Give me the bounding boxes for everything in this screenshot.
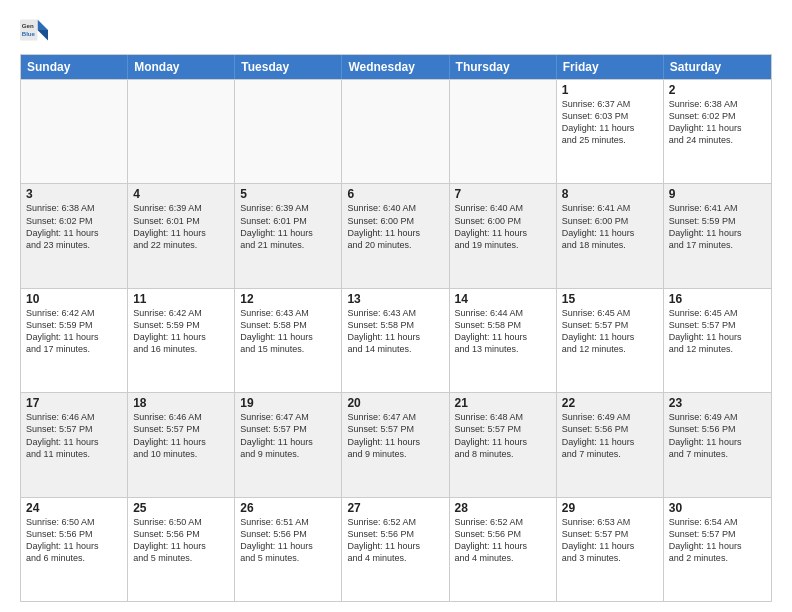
cell-details: Sunrise: 6:42 AM Sunset: 5:59 PM Dayligh… xyxy=(133,307,229,356)
cell-details: Sunrise: 6:43 AM Sunset: 5:58 PM Dayligh… xyxy=(240,307,336,356)
day-number: 26 xyxy=(240,501,336,515)
cell-details: Sunrise: 6:49 AM Sunset: 5:56 PM Dayligh… xyxy=(669,411,766,460)
logo: Gen Blue xyxy=(20,16,52,44)
cal-cell: 27Sunrise: 6:52 AM Sunset: 5:56 PM Dayli… xyxy=(342,498,449,601)
cal-cell: 13Sunrise: 6:43 AM Sunset: 5:58 PM Dayli… xyxy=(342,289,449,392)
cal-cell xyxy=(342,80,449,183)
cal-cell: 8Sunrise: 6:41 AM Sunset: 6:00 PM Daylig… xyxy=(557,184,664,287)
logo-icon: Gen Blue xyxy=(20,16,48,44)
day-number: 24 xyxy=(26,501,122,515)
cal-row-3: 17Sunrise: 6:46 AM Sunset: 5:57 PM Dayli… xyxy=(21,392,771,496)
day-number: 23 xyxy=(669,396,766,410)
header-day-tuesday: Tuesday xyxy=(235,55,342,79)
cell-details: Sunrise: 6:52 AM Sunset: 5:56 PM Dayligh… xyxy=(455,516,551,565)
cal-cell: 5Sunrise: 6:39 AM Sunset: 6:01 PM Daylig… xyxy=(235,184,342,287)
cell-details: Sunrise: 6:46 AM Sunset: 5:57 PM Dayligh… xyxy=(133,411,229,460)
cal-cell: 2Sunrise: 6:38 AM Sunset: 6:02 PM Daylig… xyxy=(664,80,771,183)
header-day-monday: Monday xyxy=(128,55,235,79)
header-day-saturday: Saturday xyxy=(664,55,771,79)
cal-cell: 20Sunrise: 6:47 AM Sunset: 5:57 PM Dayli… xyxy=(342,393,449,496)
cal-cell: 23Sunrise: 6:49 AM Sunset: 5:56 PM Dayli… xyxy=(664,393,771,496)
cell-details: Sunrise: 6:39 AM Sunset: 6:01 PM Dayligh… xyxy=(133,202,229,251)
cell-details: Sunrise: 6:37 AM Sunset: 6:03 PM Dayligh… xyxy=(562,98,658,147)
cal-cell: 14Sunrise: 6:44 AM Sunset: 5:58 PM Dayli… xyxy=(450,289,557,392)
cal-row-2: 10Sunrise: 6:42 AM Sunset: 5:59 PM Dayli… xyxy=(21,288,771,392)
cal-cell: 29Sunrise: 6:53 AM Sunset: 5:57 PM Dayli… xyxy=(557,498,664,601)
cell-details: Sunrise: 6:41 AM Sunset: 6:00 PM Dayligh… xyxy=(562,202,658,251)
header: Gen Blue xyxy=(20,16,772,44)
cal-row-1: 3Sunrise: 6:38 AM Sunset: 6:02 PM Daylig… xyxy=(21,183,771,287)
day-number: 12 xyxy=(240,292,336,306)
cal-cell: 25Sunrise: 6:50 AM Sunset: 5:56 PM Dayli… xyxy=(128,498,235,601)
cal-row-4: 24Sunrise: 6:50 AM Sunset: 5:56 PM Dayli… xyxy=(21,497,771,601)
day-number: 22 xyxy=(562,396,658,410)
day-number: 21 xyxy=(455,396,551,410)
cell-details: Sunrise: 6:49 AM Sunset: 5:56 PM Dayligh… xyxy=(562,411,658,460)
cal-cell: 19Sunrise: 6:47 AM Sunset: 5:57 PM Dayli… xyxy=(235,393,342,496)
cal-cell: 6Sunrise: 6:40 AM Sunset: 6:00 PM Daylig… xyxy=(342,184,449,287)
svg-marker-0 xyxy=(38,20,49,31)
cal-cell: 9Sunrise: 6:41 AM Sunset: 5:59 PM Daylig… xyxy=(664,184,771,287)
cell-details: Sunrise: 6:42 AM Sunset: 5:59 PM Dayligh… xyxy=(26,307,122,356)
cell-details: Sunrise: 6:40 AM Sunset: 6:00 PM Dayligh… xyxy=(347,202,443,251)
cal-cell: 4Sunrise: 6:39 AM Sunset: 6:01 PM Daylig… xyxy=(128,184,235,287)
day-number: 10 xyxy=(26,292,122,306)
calendar-body: 1Sunrise: 6:37 AM Sunset: 6:03 PM Daylig… xyxy=(21,79,771,601)
cell-details: Sunrise: 6:45 AM Sunset: 5:57 PM Dayligh… xyxy=(562,307,658,356)
cell-details: Sunrise: 6:46 AM Sunset: 5:57 PM Dayligh… xyxy=(26,411,122,460)
cal-cell: 30Sunrise: 6:54 AM Sunset: 5:57 PM Dayli… xyxy=(664,498,771,601)
cal-cell: 15Sunrise: 6:45 AM Sunset: 5:57 PM Dayli… xyxy=(557,289,664,392)
cal-cell: 21Sunrise: 6:48 AM Sunset: 5:57 PM Dayli… xyxy=(450,393,557,496)
day-number: 8 xyxy=(562,187,658,201)
day-number: 18 xyxy=(133,396,229,410)
cal-cell: 17Sunrise: 6:46 AM Sunset: 5:57 PM Dayli… xyxy=(21,393,128,496)
cal-cell xyxy=(21,80,128,183)
cell-details: Sunrise: 6:44 AM Sunset: 5:58 PM Dayligh… xyxy=(455,307,551,356)
day-number: 3 xyxy=(26,187,122,201)
day-number: 5 xyxy=(240,187,336,201)
day-number: 20 xyxy=(347,396,443,410)
day-number: 2 xyxy=(669,83,766,97)
cal-cell: 7Sunrise: 6:40 AM Sunset: 6:00 PM Daylig… xyxy=(450,184,557,287)
cal-cell: 26Sunrise: 6:51 AM Sunset: 5:56 PM Dayli… xyxy=(235,498,342,601)
cal-cell: 16Sunrise: 6:45 AM Sunset: 5:57 PM Dayli… xyxy=(664,289,771,392)
cell-details: Sunrise: 6:45 AM Sunset: 5:57 PM Dayligh… xyxy=(669,307,766,356)
day-number: 28 xyxy=(455,501,551,515)
day-number: 14 xyxy=(455,292,551,306)
cell-details: Sunrise: 6:50 AM Sunset: 5:56 PM Dayligh… xyxy=(133,516,229,565)
day-number: 6 xyxy=(347,187,443,201)
day-number: 25 xyxy=(133,501,229,515)
cal-cell xyxy=(450,80,557,183)
cell-details: Sunrise: 6:47 AM Sunset: 5:57 PM Dayligh… xyxy=(347,411,443,460)
cell-details: Sunrise: 6:47 AM Sunset: 5:57 PM Dayligh… xyxy=(240,411,336,460)
cal-cell: 28Sunrise: 6:52 AM Sunset: 5:56 PM Dayli… xyxy=(450,498,557,601)
cal-cell: 11Sunrise: 6:42 AM Sunset: 5:59 PM Dayli… xyxy=(128,289,235,392)
day-number: 9 xyxy=(669,187,766,201)
cal-cell: 22Sunrise: 6:49 AM Sunset: 5:56 PM Dayli… xyxy=(557,393,664,496)
calendar-header: SundayMondayTuesdayWednesdayThursdayFrid… xyxy=(21,55,771,79)
cell-details: Sunrise: 6:51 AM Sunset: 5:56 PM Dayligh… xyxy=(240,516,336,565)
header-day-friday: Friday xyxy=(557,55,664,79)
cell-details: Sunrise: 6:39 AM Sunset: 6:01 PM Dayligh… xyxy=(240,202,336,251)
svg-text:Gen: Gen xyxy=(22,22,34,29)
cell-details: Sunrise: 6:48 AM Sunset: 5:57 PM Dayligh… xyxy=(455,411,551,460)
day-number: 30 xyxy=(669,501,766,515)
cell-details: Sunrise: 6:40 AM Sunset: 6:00 PM Dayligh… xyxy=(455,202,551,251)
day-number: 17 xyxy=(26,396,122,410)
cal-cell: 18Sunrise: 6:46 AM Sunset: 5:57 PM Dayli… xyxy=(128,393,235,496)
day-number: 29 xyxy=(562,501,658,515)
page: Gen Blue SundayMondayTuesdayWednesdayThu… xyxy=(0,0,792,612)
day-number: 7 xyxy=(455,187,551,201)
calendar: SundayMondayTuesdayWednesdayThursdayFrid… xyxy=(20,54,772,602)
day-number: 4 xyxy=(133,187,229,201)
header-day-sunday: Sunday xyxy=(21,55,128,79)
cell-details: Sunrise: 6:53 AM Sunset: 5:57 PM Dayligh… xyxy=(562,516,658,565)
day-number: 13 xyxy=(347,292,443,306)
header-day-wednesday: Wednesday xyxy=(342,55,449,79)
cal-cell xyxy=(235,80,342,183)
cell-details: Sunrise: 6:54 AM Sunset: 5:57 PM Dayligh… xyxy=(669,516,766,565)
cal-cell xyxy=(128,80,235,183)
cell-details: Sunrise: 6:50 AM Sunset: 5:56 PM Dayligh… xyxy=(26,516,122,565)
cell-details: Sunrise: 6:38 AM Sunset: 6:02 PM Dayligh… xyxy=(669,98,766,147)
day-number: 19 xyxy=(240,396,336,410)
